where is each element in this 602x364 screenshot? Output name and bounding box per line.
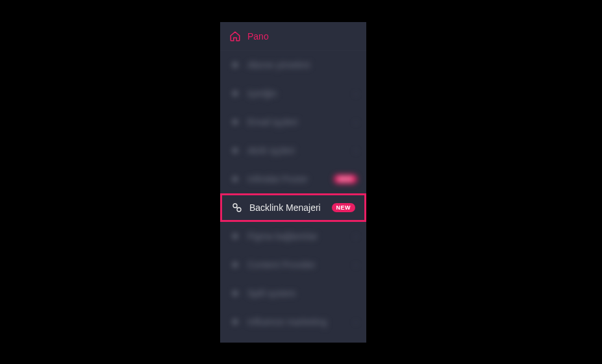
- svg-point-1: [232, 91, 238, 96]
- sidebar-item-blurred[interactable]: Email işçileri ›: [220, 108, 366, 136]
- sidebar-item-label: Spill system: [247, 288, 357, 298]
- chevron-right-icon: ›: [355, 118, 357, 126]
- sidebar-item-label: Abone yönetimi: [247, 60, 357, 70]
- svg-point-3: [232, 148, 238, 153]
- new-badge: NEW: [332, 203, 356, 212]
- link-icon: [231, 202, 243, 213]
- dot-icon: [229, 88, 241, 99]
- sidebar-item-label: Influence marketing: [247, 317, 351, 327]
- sidebar-item-pano[interactable]: Pano: [220, 22, 366, 51]
- sidebar-item-label: Pano: [247, 31, 357, 42]
- sidebar-item-blurred[interactable]: Akıllı işçileri ›: [220, 136, 366, 165]
- sidebar-item-label: Email işçileri: [247, 117, 351, 127]
- sidebar: Pano Abone yönetimi Içeriğin › Email işç…: [220, 22, 366, 343]
- sidebar-item-label: Figma bağlantılar: [247, 231, 351, 241]
- sidebar-item-label: Akıllı işçileri: [247, 145, 351, 156]
- svg-point-10: [232, 319, 238, 324]
- svg-point-9: [232, 291, 238, 296]
- dot-icon: [229, 230, 241, 242]
- dot-icon: [229, 316, 241, 328]
- sidebar-item-backlink-manager[interactable]: Backlink Menajeri NEW: [220, 193, 366, 222]
- svg-point-7: [232, 234, 238, 239]
- svg-point-8: [232, 262, 238, 267]
- sidebar-item-label: Backlink Menajeri: [249, 202, 332, 213]
- sidebar-item-blurred[interactable]: Figma bağlantılar ›: [220, 222, 366, 250]
- sidebar-item-label: Infinidat Poster: [247, 174, 334, 184]
- sidebar-item-label: Content Provider: [247, 260, 351, 270]
- svg-point-5: [233, 204, 237, 208]
- chevron-right-icon: ›: [355, 147, 357, 154]
- sidebar-item-blurred[interactable]: Spill system: [220, 279, 366, 308]
- dot-icon: [229, 259, 241, 271]
- chevron-right-icon: ›: [355, 232, 357, 240]
- chevron-right-icon: ›: [355, 261, 357, 269]
- svg-point-6: [237, 208, 241, 212]
- svg-point-0: [232, 62, 238, 67]
- svg-point-4: [232, 176, 238, 182]
- sidebar-item-blurred[interactable]: Abone yönetimi: [220, 51, 366, 79]
- dot-icon: [229, 287, 241, 299]
- sidebar-item-blurred[interactable]: Infinidat Poster NEW: [220, 165, 366, 193]
- sidebar-item-label: Içeriğin: [247, 88, 351, 99]
- chevron-right-icon: ›: [355, 90, 357, 97]
- sidebar-item-blurred[interactable]: Influence marketing ›: [220, 308, 366, 336]
- svg-point-2: [232, 119, 238, 125]
- dot-icon: [229, 116, 241, 128]
- dot-icon: [229, 145, 241, 156]
- home-icon: [229, 30, 241, 42]
- new-badge: NEW: [334, 175, 358, 184]
- sidebar-item-blurred[interactable]: Content Provider ›: [220, 250, 366, 279]
- dot-icon: [229, 59, 241, 71]
- sidebar-item-blurred[interactable]: Içeriğin ›: [220, 79, 366, 108]
- chevron-right-icon: ›: [355, 318, 357, 326]
- dot-icon: [229, 173, 241, 185]
